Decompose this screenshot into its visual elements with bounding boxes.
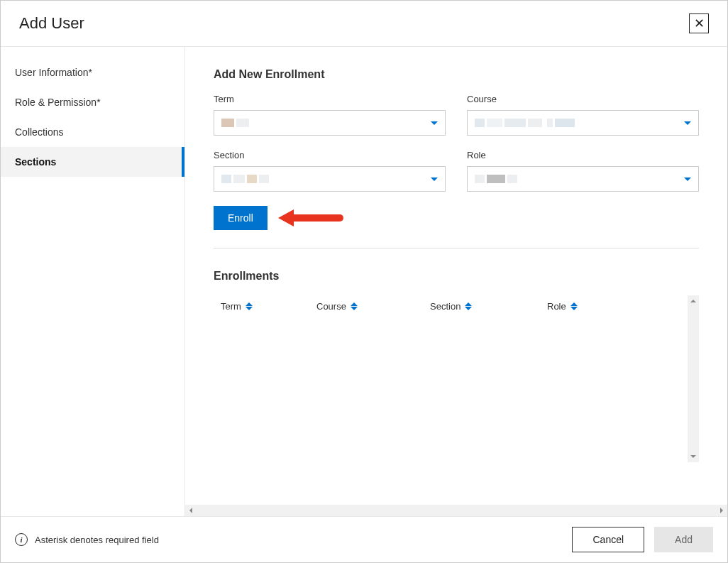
sidebar-item-label: Role & Permission* xyxy=(15,97,101,108)
arrow-annotation xyxy=(278,209,343,226)
col-header-section[interactable]: Section xyxy=(430,301,540,312)
col-label: Role xyxy=(547,301,566,312)
caret-down-icon xyxy=(684,121,691,125)
course-label: Course xyxy=(467,94,699,104)
term-group: Term xyxy=(214,94,446,136)
caret-down-icon xyxy=(684,177,691,181)
arrow-body xyxy=(294,214,343,222)
dialog-header: Add User ✕ xyxy=(1,1,727,47)
scroll-right-icon[interactable] xyxy=(720,508,723,513)
close-button[interactable]: ✕ xyxy=(689,13,709,33)
sidebar-item-label: User Information* xyxy=(15,67,92,78)
cancel-button[interactable]: Cancel xyxy=(572,527,644,552)
sidebar-item-role-permission[interactable]: Role & Permission* xyxy=(1,87,184,117)
main-wrap: Add New Enrollment Term Course xyxy=(185,47,727,516)
term-dropdown[interactable] xyxy=(214,110,446,136)
info-icon: i xyxy=(15,533,28,546)
sort-icon xyxy=(246,302,253,310)
divider xyxy=(214,248,699,248)
add-enrollment-title: Add New Enrollment xyxy=(214,68,699,81)
enrollments-table: Term Course Section xyxy=(214,295,699,474)
sidebar-item-user-information[interactable]: User Information* xyxy=(1,58,184,87)
scroll-up-icon[interactable] xyxy=(688,295,699,307)
form-row-1: Term Course xyxy=(214,94,699,136)
scroll-left-icon[interactable] xyxy=(189,508,192,513)
close-icon: ✕ xyxy=(694,16,705,31)
caret-down-icon xyxy=(431,121,438,125)
add-button[interactable]: Add xyxy=(654,527,713,552)
arrow-left-icon xyxy=(278,209,294,226)
col-label: Term xyxy=(221,301,241,312)
course-group: Course xyxy=(467,94,699,136)
footer-note-group: i Asterisk denotes required field xyxy=(15,533,159,546)
form-row-2: Section Role xyxy=(214,150,699,192)
section-dropdown[interactable] xyxy=(214,166,446,192)
course-dropdown[interactable] xyxy=(467,110,699,136)
dialog-footer: i Asterisk denotes required field Cancel… xyxy=(1,516,727,562)
role-label: Role xyxy=(467,150,699,160)
sidebar-item-label: Collections xyxy=(15,126,63,138)
sidebar: User Information* Role & Permission* Col… xyxy=(1,47,185,516)
sort-icon xyxy=(465,302,472,310)
caret-down-icon xyxy=(431,177,438,181)
role-value xyxy=(475,175,517,183)
term-value xyxy=(221,119,249,127)
main-content: Add New Enrollment Term Course xyxy=(185,47,727,516)
section-group: Section xyxy=(214,150,446,192)
footer-actions: Cancel Add xyxy=(572,527,713,552)
col-label: Course xyxy=(316,301,346,312)
role-dropdown[interactable] xyxy=(467,166,699,192)
vertical-scrollbar[interactable] xyxy=(688,295,699,462)
sort-icon xyxy=(351,302,358,310)
scroll-down-icon[interactable] xyxy=(688,451,699,462)
table-header: Term Course Section xyxy=(214,295,688,317)
sidebar-item-label: Sections xyxy=(15,156,56,168)
dialog-title: Add User xyxy=(19,14,84,33)
horizontal-scrollbar[interactable] xyxy=(185,505,727,516)
role-group: Role xyxy=(467,150,699,192)
enrollments-title: Enrollments xyxy=(214,270,699,283)
footer-note: Asterisk denotes required field xyxy=(35,535,159,545)
col-label: Section xyxy=(430,301,460,312)
col-header-term[interactable]: Term xyxy=(221,301,309,312)
sort-icon xyxy=(570,302,578,310)
enroll-row: Enroll xyxy=(214,206,699,230)
sidebar-item-sections[interactable]: Sections xyxy=(1,147,184,177)
term-label: Term xyxy=(214,94,446,104)
col-header-course[interactable]: Course xyxy=(316,301,423,312)
col-header-role[interactable]: Role xyxy=(547,301,632,312)
section-value xyxy=(221,175,269,183)
table-body xyxy=(214,317,688,474)
enroll-button[interactable]: Enroll xyxy=(214,206,268,230)
sidebar-item-collections[interactable]: Collections xyxy=(1,117,184,147)
dialog-body: User Information* Role & Permission* Col… xyxy=(1,47,727,516)
section-label: Section xyxy=(214,150,446,160)
course-value xyxy=(475,119,575,127)
